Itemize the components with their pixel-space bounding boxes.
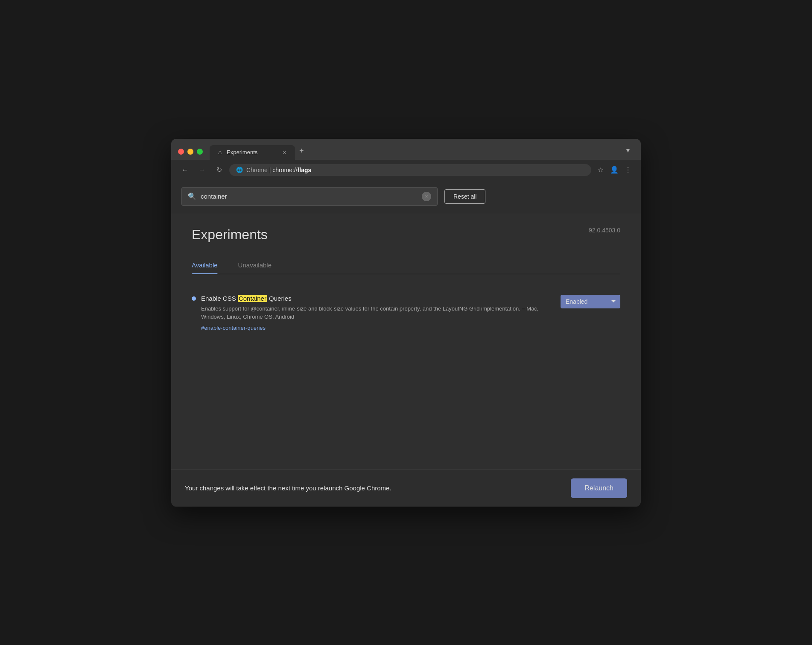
flag-content: Enable CSS Container Queries Enables sup… xyxy=(201,295,545,331)
flag-status-select[interactable]: Default Enabled Disabled xyxy=(561,295,620,308)
relaunch-button[interactable]: Relaunch xyxy=(571,478,627,498)
tab-close-button[interactable]: × xyxy=(280,149,288,156)
close-button[interactable] xyxy=(178,149,184,155)
bookmark-button[interactable]: ☆ xyxy=(595,164,607,176)
address-url-path: flags xyxy=(298,167,312,173)
search-clear-button[interactable]: × xyxy=(422,192,431,201)
reload-button[interactable]: ↻ xyxy=(212,163,226,177)
title-bar: ⚠ Experiments × + ▼ xyxy=(171,139,641,160)
new-tab-button[interactable]: + xyxy=(295,144,308,158)
flag-status-dot xyxy=(192,296,196,301)
reset-all-button[interactable]: Reset all xyxy=(444,189,485,204)
flag-item: Enable CSS Container Queries Enables sup… xyxy=(192,288,620,338)
window-controls xyxy=(178,149,203,155)
address-actions: ☆ 👤 ⋮ xyxy=(595,164,634,176)
flag-select-wrapper: Default Enabled Disabled xyxy=(561,295,620,308)
flag-title-before: Enable CSS xyxy=(201,295,238,302)
search-icon: 🔍 xyxy=(188,192,196,200)
tabs-row: Available Unavailable xyxy=(192,256,620,274)
bottom-message: Your changes will take effect the next t… xyxy=(185,484,391,492)
page-title: Experiments xyxy=(192,227,268,243)
tab-unavailable[interactable]: Unavailable xyxy=(238,256,272,274)
menu-button[interactable]: ⋮ xyxy=(622,164,634,176)
flag-title: Enable CSS Container Queries xyxy=(201,295,545,302)
flag-title-after: Queries xyxy=(267,295,292,302)
browser-window: ⚠ Experiments × + ▼ ← → ↻ 🌐 Chrome | chr… xyxy=(171,139,641,507)
forward-button[interactable]: → xyxy=(195,163,209,177)
security-icon: 🌐 xyxy=(236,167,243,173)
address-domain: Chrome xyxy=(246,167,268,173)
profile-dropdown-button[interactable]: ▼ xyxy=(622,144,634,156)
active-tab[interactable]: ⚠ Experiments × xyxy=(210,145,295,160)
version-text: 92.0.4503.0 xyxy=(589,227,620,234)
tab-icon: ⚠ xyxy=(216,149,223,156)
bottom-bar: Your changes will take effect the next t… xyxy=(171,469,641,507)
maximize-button[interactable] xyxy=(197,149,203,155)
search-box: 🔍 × xyxy=(181,187,438,206)
tab-title: Experiments xyxy=(227,149,277,155)
profile-button[interactable]: 👤 xyxy=(608,164,620,176)
search-bar-area: 🔍 × Reset all xyxy=(171,180,641,213)
flag-description: Enables support for @container, inline-s… xyxy=(201,305,545,321)
search-input[interactable] xyxy=(201,193,418,200)
address-bar[interactable]: 🌐 Chrome | chrome://flags xyxy=(229,164,591,176)
flag-title-highlight: Container xyxy=(238,295,267,302)
main-content: Experiments 92.0.4503.0 Available Unavai… xyxy=(171,213,641,469)
nav-bar: ← → ↻ 🌐 Chrome | chrome://flags ☆ 👤 ⋮ xyxy=(171,160,641,180)
minimize-button[interactable] xyxy=(187,149,193,155)
back-button[interactable]: ← xyxy=(178,163,192,177)
tab-available[interactable]: Available xyxy=(192,256,218,274)
flag-link[interactable]: #enable-container-queries xyxy=(201,325,266,331)
address-text: Chrome | chrome://flags xyxy=(246,167,311,173)
address-url-prefix: chrome:// xyxy=(272,167,297,173)
experiments-header: Experiments 92.0.4503.0 xyxy=(192,227,620,243)
